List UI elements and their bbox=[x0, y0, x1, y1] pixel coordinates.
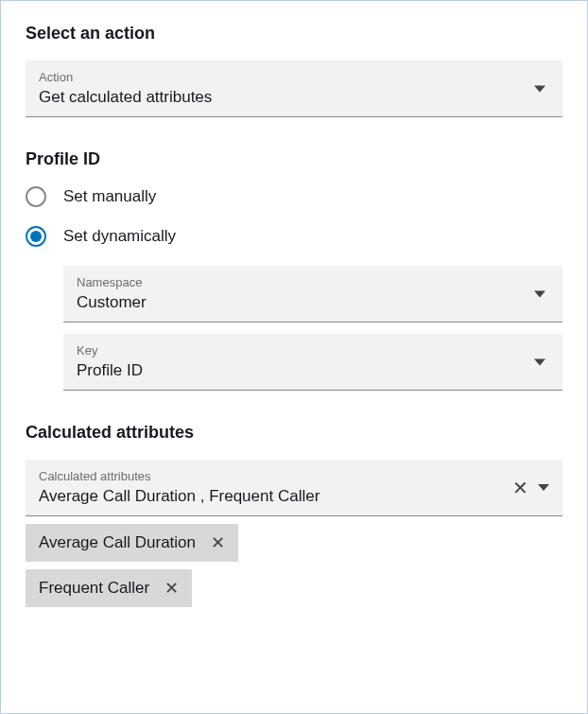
selected-chips: Average Call Duration ✕ Frequent Caller … bbox=[26, 516, 562, 607]
radio-set-manually[interactable]: Set manually bbox=[26, 186, 562, 207]
action-dropdown[interactable]: Action Get calculated attributes bbox=[26, 61, 562, 117]
select-action-section: Select an action Action Get calculated a… bbox=[26, 24, 562, 117]
multiselect-actions: ✕ bbox=[512, 479, 549, 497]
chip-average-call-duration: Average Call Duration ✕ bbox=[26, 524, 238, 562]
multiselect-value: Average Call Duration , Frequent Caller bbox=[39, 487, 549, 506]
chip-label: Average Call Duration bbox=[39, 533, 196, 552]
namespace-dropdown[interactable]: Namespace Customer bbox=[63, 266, 562, 322]
radio-set-dynamically[interactable]: Set dynamically bbox=[26, 226, 562, 247]
radio-label-manual: Set manually bbox=[63, 187, 156, 206]
close-icon[interactable]: ✕ bbox=[164, 580, 179, 597]
calculated-attributes-multiselect[interactable]: Calculated attributes Average Call Durat… bbox=[26, 460, 562, 516]
chevron-down-icon bbox=[534, 85, 545, 92]
clear-all-icon[interactable]: ✕ bbox=[512, 479, 528, 497]
action-dropdown-label: Action bbox=[39, 70, 549, 84]
calculated-attributes-section: Calculated attributes Calculated attribu… bbox=[26, 423, 562, 607]
dynamic-sub-dropdowns: Namespace Customer Key Profile ID bbox=[63, 266, 562, 391]
namespace-dropdown-label: Namespace bbox=[77, 275, 549, 289]
select-action-heading: Select an action bbox=[26, 24, 562, 44]
chip-label: Frequent Caller bbox=[39, 579, 149, 598]
close-icon[interactable]: ✕ bbox=[211, 534, 225, 551]
key-dropdown[interactable]: Key Profile ID bbox=[63, 334, 562, 391]
key-dropdown-label: Key bbox=[77, 343, 549, 357]
config-panel: Select an action Action Get calculated a… bbox=[0, 0, 588, 714]
namespace-dropdown-value: Customer bbox=[77, 293, 549, 312]
key-dropdown-value: Profile ID bbox=[77, 361, 549, 380]
radio-icon-selected bbox=[26, 226, 46, 247]
profile-id-radio-group: Set manually Set dynamically bbox=[26, 186, 562, 247]
calculated-attributes-heading: Calculated attributes bbox=[26, 423, 562, 443]
radio-label-dynamic: Set dynamically bbox=[63, 227, 176, 246]
action-dropdown-value: Get calculated attributes bbox=[39, 88, 549, 107]
multiselect-label: Calculated attributes bbox=[39, 469, 549, 483]
chevron-down-icon bbox=[534, 290, 545, 297]
radio-icon bbox=[26, 186, 46, 207]
chevron-down-icon[interactable] bbox=[538, 484, 549, 491]
chip-frequent-caller: Frequent Caller ✕ bbox=[26, 569, 192, 607]
profile-id-section: Profile ID Set manually Set dynamically … bbox=[26, 149, 562, 391]
profile-id-heading: Profile ID bbox=[26, 149, 562, 169]
chevron-down-icon bbox=[534, 358, 545, 365]
